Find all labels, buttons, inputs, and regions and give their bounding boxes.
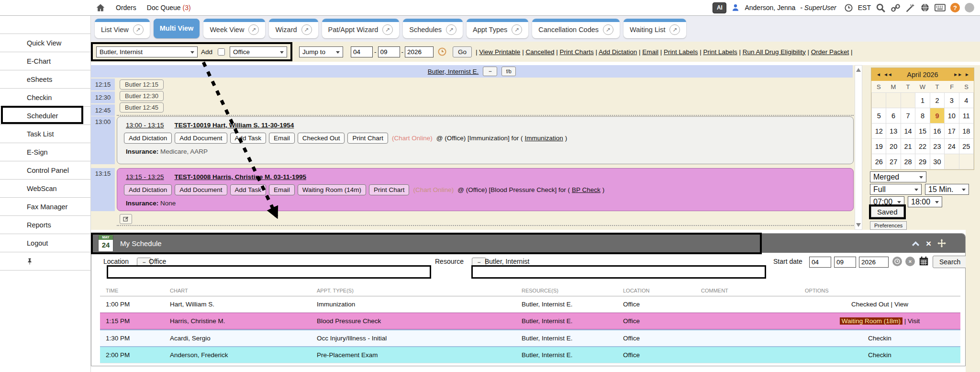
pin-icon[interactable]	[27, 258, 33, 265]
ai-badge[interactable]: AI	[713, 2, 726, 13]
calendar-day-27[interactable]: 27	[886, 154, 901, 169]
tab-multi-view[interactable]: Multi View	[154, 19, 200, 38]
edit-note-button[interactable]	[120, 214, 132, 224]
jump-to-select[interactable]: Jump to	[299, 46, 343, 57]
calendar-day-26[interactable]: 26	[872, 154, 886, 169]
link-email[interactable]: Email	[642, 48, 658, 56]
open-new-window-icon[interactable]: ↗	[133, 24, 144, 35]
tab-list-view[interactable]: List View↗	[95, 19, 150, 38]
appt-type-link[interactable]: Immunization	[525, 135, 563, 142]
link-print-labels[interactable]: Print Labels	[703, 48, 737, 56]
patient-link[interactable]: TEST-10008 Harris, Christine M. 03-11-19…	[175, 173, 306, 180]
tab-schedules[interactable]: Schedules↗	[403, 19, 463, 38]
saved-button[interactable]: Saved	[871, 206, 904, 217]
prev-month-icon[interactable]: ◄	[876, 72, 880, 77]
recent-dates-icon[interactable]	[892, 257, 902, 266]
prev-year-icon[interactable]: ◄◄	[883, 72, 892, 77]
calendar-day-30[interactable]: 30	[930, 154, 945, 169]
calendar-day-24[interactable]: 24	[945, 139, 959, 154]
search-icon[interactable]	[876, 3, 886, 13]
calendar-day-21[interactable]: 21	[901, 139, 915, 154]
clear-date-icon[interactable]: ×	[905, 257, 915, 266]
appt-action-print-chart[interactable]: Print Chart	[369, 184, 410, 195]
option-link[interactable]: Checked Out | View	[851, 301, 908, 308]
calendar-day-2[interactable]: 2	[930, 93, 945, 108]
appt-action-add-dictation[interactable]: Add Dictation	[124, 133, 172, 144]
calendar-day-12[interactable]: 12	[872, 124, 886, 139]
scroll-down-icon[interactable]	[856, 223, 861, 227]
sidebar-item-control-panel[interactable]: Control Panel	[0, 161, 90, 180]
appt-action-add-dictation[interactable]: Add Dictation	[124, 184, 172, 195]
table-row[interactable]: 2:00 PMAnderson, FrederickPre-Placement …	[100, 347, 960, 363]
open-slot-button[interactable]: Butler 12:45	[120, 102, 164, 113]
location-search-input[interactable]	[108, 267, 430, 277]
calendar-day-20[interactable]: 20	[886, 139, 901, 154]
tab-waiting-list[interactable]: Waiting List↗	[624, 19, 686, 38]
provider-select[interactable]: Butler, Internist	[96, 46, 198, 57]
appt-time-link[interactable]: 13:15 - 13:25	[126, 173, 164, 180]
preferences-button[interactable]: Preferences	[870, 221, 907, 230]
open-new-window-icon[interactable]: ↗	[446, 24, 457, 35]
date-year-input[interactable]	[405, 46, 434, 57]
table-row[interactable]: 1:00 PMHart, William S.ImmunizationButle…	[100, 296, 960, 313]
waiting-room-badge[interactable]: Waiting Room (18m)	[840, 317, 902, 325]
link-cancelled[interactable]: Cancelled	[525, 48, 554, 56]
appt-action-print-chart[interactable]: Print Chart	[347, 133, 388, 144]
help-icon[interactable]: ?	[950, 3, 960, 12]
calendar-day-6[interactable]: 6	[886, 108, 901, 124]
calendar-day-18[interactable]: 18	[959, 124, 974, 139]
tab-week-view[interactable]: Week View↗	[203, 19, 265, 38]
scroll-up-icon[interactable]	[856, 68, 861, 72]
calendar-day-23[interactable]: 23	[930, 139, 945, 154]
home-icon[interactable]	[96, 3, 105, 12]
date-month-input[interactable]	[351, 46, 373, 57]
provider-column-link[interactable]: Butler, Internist E.	[428, 68, 479, 75]
sidebar-item-e-sign[interactable]: E-Sign	[0, 143, 90, 161]
appt-action-add-task[interactable]: Add Task	[230, 184, 266, 195]
sidebar-item-logout[interactable]: Logout	[0, 234, 90, 252]
option-link[interactable]: Checkin	[868, 351, 891, 359]
patient-link[interactable]: TEST-10019 Hart, William S. 11-30-1954	[175, 122, 294, 129]
calendar-day-17[interactable]: 17	[945, 124, 959, 139]
fb-button[interactable]: f/b	[501, 67, 516, 76]
date-picker-icon[interactable]	[919, 256, 929, 266]
open-new-window-icon[interactable]: ↗	[669, 24, 680, 35]
appt-action-checked-out[interactable]: Checked Out	[298, 133, 345, 144]
open-new-window-icon[interactable]: ↗	[512, 24, 522, 35]
table-row[interactable]: 1:15 PMHarris, Christine M.Blood Pressur…	[100, 313, 960, 329]
search-button[interactable]: Search	[933, 256, 967, 268]
next-month-icon[interactable]: ►	[965, 72, 969, 77]
appt-action-email[interactable]: Email	[269, 184, 295, 195]
nav-orders[interactable]: Orders	[116, 4, 136, 11]
move-icon[interactable]	[937, 239, 946, 248]
tab-appt-types[interactable]: Appt Types↗	[467, 19, 528, 38]
time-clock-icon[interactable]	[437, 47, 447, 56]
option-link[interactable]: | Visit	[902, 317, 920, 325]
start-year-input[interactable]	[859, 257, 889, 268]
tab-pat-appt-wizard[interactable]: Pat/Appt Wizard↗	[322, 19, 400, 38]
open-new-window-icon[interactable]: ↗	[382, 24, 393, 35]
calendar-day-25[interactable]: 25	[959, 139, 974, 154]
nav-doc-queue[interactable]: Doc Queue (3)	[147, 4, 191, 11]
calendar-day-8[interactable]: 8	[915, 108, 930, 124]
appt-action-add-document[interactable]: Add Document	[175, 133, 227, 144]
calendar-day-11[interactable]: 11	[959, 108, 974, 124]
start-day-input[interactable]	[834, 257, 856, 268]
appt-action-add-task[interactable]: Add Task	[230, 133, 266, 144]
close-icon[interactable]: ×	[926, 239, 931, 248]
open-new-window-icon[interactable]: ↗	[301, 24, 312, 35]
sidebar-item-reports[interactable]: Reports	[0, 216, 90, 234]
link-print-charts[interactable]: Print Charts	[559, 48, 593, 56]
link-order-packet[interactable]: Order Packet	[811, 48, 849, 56]
globe-icon[interactable]	[920, 3, 930, 12]
go-button[interactable]: Go	[453, 46, 472, 57]
sidebar-item-quick-view[interactable]: Quick View	[0, 34, 90, 52]
wand-icon[interactable]	[905, 3, 915, 13]
calendar-day-9[interactable]: 9	[930, 108, 945, 124]
calendar-day-14[interactable]: 14	[901, 124, 915, 139]
appt-type-link[interactable]: BP Check	[572, 186, 601, 193]
calendar-day-29[interactable]: 29	[915, 154, 930, 169]
resource-search-input[interactable]	[473, 267, 765, 277]
link-print-labels[interactable]: Print Labels	[664, 48, 698, 56]
calendar-day-16[interactable]: 16	[930, 124, 945, 139]
